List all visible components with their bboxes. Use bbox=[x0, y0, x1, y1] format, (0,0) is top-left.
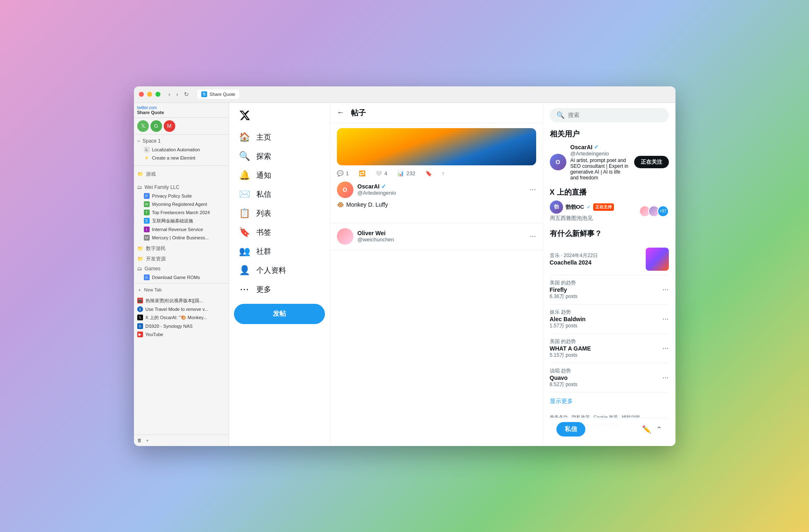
more-icon-alec[interactable]: ··· bbox=[662, 315, 668, 323]
nav-notifications[interactable]: 🔔 通知 bbox=[234, 166, 325, 185]
trending-item-coachella[interactable]: 音乐 · 2024年4月22日 Coachella 2024 bbox=[550, 243, 669, 275]
monkey-icon: 🐵 bbox=[337, 201, 344, 208]
author-name[interactable]: OscarAI ✓ bbox=[358, 183, 396, 190]
back-button-post[interactable]: ← bbox=[337, 108, 344, 117]
sidebar-favicon-m[interactable]: M bbox=[164, 120, 175, 132]
sidebar-tab-youtube[interactable]: ▶ YouTube bbox=[134, 330, 229, 339]
sidebar-open-tabs: 🎬 热辣滚烫[杜比视界版本][国... ℹ Use Travel Mode to… bbox=[134, 295, 229, 340]
sidebar-favicon-g[interactable]: G bbox=[150, 120, 162, 132]
trending-item-quavo[interactable]: 说唱 趋势 Quavo 8.52万 posts ··· bbox=[550, 363, 669, 393]
sidebar-item-privacy[interactable]: P Privacy Policy Suite bbox=[134, 192, 229, 200]
profile-icon: 👤 bbox=[239, 265, 250, 276]
sidebar-games-folder2[interactable]: 🗂 Games bbox=[134, 264, 229, 273]
folder-icon-nomad: 📁 bbox=[137, 246, 143, 251]
nav-home[interactable]: 🏠 主页 bbox=[234, 128, 325, 147]
search-bar[interactable]: 🔍 bbox=[550, 108, 669, 122]
reload-button[interactable]: ↻ bbox=[182, 90, 191, 98]
more-icon-whatagame[interactable]: ··· bbox=[662, 344, 668, 353]
favicon-finance: 互 bbox=[144, 218, 150, 224]
sidebar-item-freelancers[interactable]: T Top Freelancers March 2024 bbox=[134, 208, 229, 217]
search-input[interactable] bbox=[568, 112, 662, 118]
live-user-info: 勃 勃勃OC ✓ 正在主持 bbox=[550, 200, 614, 214]
views-icon: 📊 bbox=[397, 170, 404, 177]
share-action[interactable]: ↑ bbox=[442, 170, 445, 177]
more-options-button[interactable]: ··· bbox=[530, 185, 536, 194]
collapse-icon[interactable]: ⌃ bbox=[656, 425, 662, 434]
sidebar-item-localization[interactable]: L Localization Automation bbox=[134, 146, 229, 154]
sidebar-tab-travel[interactable]: ℹ Use Travel Mode to remove v... bbox=[134, 305, 229, 313]
favicon-irs: I bbox=[144, 227, 150, 232]
sidebar-tab-hotla[interactable]: 🎬 热辣滚烫[杜比视界版本][国... bbox=[134, 296, 229, 305]
sidebar-favicon-x[interactable]: 𝕏 bbox=[137, 120, 149, 132]
twitter-logo[interactable] bbox=[234, 106, 325, 126]
sidebar-space1-header[interactable]: ○ Space 1 bbox=[134, 136, 229, 146]
more-icon-quavo[interactable]: ··· bbox=[662, 373, 668, 382]
favicon-localization: L bbox=[144, 147, 150, 153]
sidebar-item-mercury[interactable]: M Mercury | Online Business... bbox=[134, 234, 229, 242]
sidebar-item-elemint[interactable]: ⚡ Create a new Elemint bbox=[134, 154, 229, 162]
follow-button[interactable]: 正在关注 bbox=[634, 156, 669, 168]
author-avatar[interactable]: O bbox=[337, 181, 353, 198]
search-icon: 🔍 bbox=[556, 111, 565, 119]
compose-icon[interactable]: ✏️ bbox=[642, 425, 651, 434]
browser-controls: ‹ › ↻ bbox=[167, 90, 191, 98]
reply-avatar[interactable] bbox=[337, 228, 353, 245]
dm-button[interactable]: 私信 bbox=[556, 422, 585, 437]
reply-action[interactable]: 💬 1 bbox=[337, 170, 349, 177]
nav-communities[interactable]: 👥 社群 bbox=[234, 242, 325, 261]
nav-bookmarks[interactable]: 🔖 书签 bbox=[234, 223, 325, 242]
forward-button[interactable]: › bbox=[174, 90, 180, 98]
trending-alec-name: Alec Baldwin bbox=[550, 316, 586, 322]
reply-more-btn[interactable]: ··· bbox=[530, 232, 536, 241]
active-tab[interactable]: 𝕏 Share Quote bbox=[197, 90, 239, 99]
trending-item-firefly[interactable]: 美国 的趋势 Firefly 6.36万 posts ··· bbox=[550, 275, 669, 305]
post-header: ← 帖子 bbox=[330, 103, 543, 123]
add-tab-icon[interactable]: ＋ bbox=[145, 437, 150, 444]
sidebar-dev-resources[interactable]: 📁 开发资源 bbox=[134, 254, 229, 264]
trending-coachella-row: 音乐 · 2024年4月22日 Coachella 2024 bbox=[550, 248, 669, 271]
show-more-button[interactable]: 显示更多 bbox=[550, 393, 669, 410]
author-handle: @Artedeingenio bbox=[358, 190, 396, 196]
views-count: 232 bbox=[406, 170, 415, 177]
like-action[interactable]: 🤍 4 bbox=[375, 170, 387, 177]
nav-messages[interactable]: ✉️ 私信 bbox=[234, 185, 325, 204]
traffic-light-zoom[interactable] bbox=[155, 92, 160, 97]
back-button[interactable]: ‹ bbox=[167, 90, 172, 98]
sidebar-tab-oscarai[interactable]: 𝕏 X 上的 OscarAI: "🎨 Monkey... bbox=[134, 313, 229, 322]
sidebar-item-wyoming[interactable]: W Wyoming Registered Agent bbox=[134, 200, 229, 208]
nav-communities-label: 社群 bbox=[256, 246, 271, 256]
fav-youtube: ▶ bbox=[137, 332, 143, 337]
nav-lists[interactable]: 📋 列表 bbox=[234, 204, 325, 223]
bookmark-action[interactable]: 🔖 bbox=[425, 170, 432, 177]
trending-item-alec[interactable]: 娱乐 趋势 Alec Baldwin 1.57万 posts ··· bbox=[550, 305, 669, 334]
sidebar-item-internet-finance[interactable]: 互 互联网金融基础设施 bbox=[134, 217, 229, 225]
trash-icon[interactable]: 🗑 bbox=[137, 438, 142, 443]
sidebar-tab-synology[interactable]: S DS920 - Synology NAS bbox=[134, 322, 229, 330]
tweet-button[interactable]: 发帖 bbox=[234, 304, 325, 324]
bell-icon: 🔔 bbox=[239, 170, 250, 181]
trending-item-whataGame[interactable]: 美国 的趋势 WHAT A GAME 5.15万 posts ··· bbox=[550, 334, 669, 363]
reply-count: 1 bbox=[346, 170, 349, 177]
sidebar-digital-nomad[interactable]: 📁 数字游民 bbox=[134, 243, 229, 254]
nav-profile[interactable]: 👤 个人资料 bbox=[234, 261, 325, 280]
sidebar-games-header[interactable]: 📁 游戏 bbox=[134, 169, 229, 179]
sidebar-item-irs[interactable]: I Internal Revenue Service bbox=[134, 225, 229, 234]
reply-author-info: Oliver Wei @weichunchen bbox=[358, 230, 394, 243]
traffic-light-minimize[interactable] bbox=[147, 92, 152, 97]
trending-quavo-posts: 8.52万 posts bbox=[550, 381, 578, 388]
traffic-light-close[interactable] bbox=[139, 92, 144, 97]
sidebar-url-bar: twitter.com Share Quote bbox=[134, 103, 229, 118]
related-user-avatar[interactable]: O bbox=[550, 154, 566, 170]
sidebar-wei-header[interactable]: 🗂 Wei Family LLC bbox=[134, 183, 229, 192]
more-icon-firefly[interactable]: ··· bbox=[662, 285, 668, 294]
views-action[interactable]: 📊 232 bbox=[397, 170, 415, 177]
tweet-author-info: O OscarAI ✓ @Artedeingenio bbox=[337, 181, 396, 198]
live-user-avatar[interactable]: 勃 bbox=[550, 200, 563, 214]
sidebar-new-tab[interactable]: ＋ New Tab bbox=[134, 285, 229, 295]
nav-more[interactable]: ⋯ 更多 bbox=[234, 280, 325, 299]
nav-explore[interactable]: 🔍 探索 bbox=[234, 147, 325, 166]
retweet-action[interactable]: 🔁 bbox=[359, 170, 365, 177]
tweet-image-top-inner bbox=[337, 128, 536, 165]
sidebar-item-roms[interactable]: G Download Game ROMs bbox=[134, 273, 229, 282]
browser-window: ‹ › ↻ 𝕏 Share Quote twitter.com Share Qu… bbox=[134, 86, 675, 446]
